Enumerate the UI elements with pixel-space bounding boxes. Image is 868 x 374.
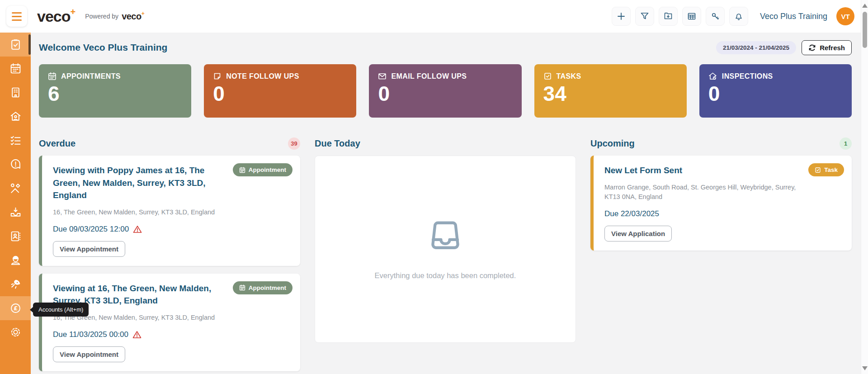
key-button[interactable] (706, 7, 725, 26)
scrollbar-down-arrow[interactable] (862, 366, 868, 370)
checklist-icon (9, 134, 22, 147)
worker-icon (9, 254, 22, 266)
overdue-card-address: 16, The Green, New Malden, Surrey, KT3 3… (53, 313, 291, 322)
sidebar-item-dashboard[interactable] (0, 33, 31, 57)
veco-logo: veco+ (37, 8, 75, 25)
powered-by-veco-logo: veco+ (122, 11, 144, 22)
table-view-button[interactable] (682, 7, 701, 26)
sidebar-item-maintenance[interactable] (0, 176, 31, 200)
upcoming-card-address: Marron Grange, South Road, St. Georges H… (604, 183, 843, 202)
stat-label: TASKS (557, 72, 581, 80)
calendar-icon (9, 62, 22, 75)
folder-download-icon (664, 12, 673, 21)
sidebar-item-marketing[interactable] (0, 272, 31, 296)
view-appointment-button[interactable]: View Appointment (53, 241, 125, 257)
note-icon (213, 72, 222, 80)
add-button[interactable] (612, 7, 631, 26)
sidebar-item-accounts[interactable]: £ (0, 296, 31, 320)
overdue-card: Viewing at 16, The Green, New Malden, Su… (39, 274, 300, 371)
check-square-icon (815, 167, 821, 173)
veco-logo-plus: + (71, 7, 75, 17)
main-content: Welcome Veco Plus Training 21/03/2024 - … (31, 33, 861, 374)
sidebar-item-inbox[interactable] (0, 200, 31, 224)
sidebar-item-enquiries[interactable] (0, 152, 31, 176)
calendar-icon (239, 284, 245, 291)
stats-row: APPOINTMENTS 6 NOTE FOLLOW UPS 0 EMAIL F… (39, 64, 852, 118)
folder-download-button[interactable] (659, 7, 678, 26)
sidebar-item-tasks[interactable] (0, 128, 31, 152)
sidebar-item-contacts[interactable] (0, 224, 31, 248)
rocket-icon (9, 278, 22, 290)
overdue-card-address: 16, The Green, New Malden, Surrey, KT3 3… (53, 208, 291, 217)
appointment-badge: Appointment (233, 163, 292, 176)
powered-by: Powered by veco+ (85, 11, 144, 22)
stat-card-tasks[interactable]: TASKS 34 (534, 64, 687, 118)
upcoming-card: New Let Form Sent Task Marron Grange, So… (590, 156, 852, 251)
overdue-column: Overdue 39 Viewing with Poppy James at 1… (39, 137, 300, 374)
building-icon (9, 86, 22, 99)
overdue-count-badge: 39 (288, 137, 300, 150)
sidebar-item-properties[interactable] (0, 80, 31, 104)
stat-value: 6 (48, 83, 182, 104)
upcoming-card-title[interactable]: New Let Form Sent (604, 164, 843, 177)
scrollbar-up-arrow[interactable] (862, 4, 868, 8)
stat-label: EMAIL FOLLOW UPS (391, 72, 467, 80)
page-title: Welcome Veco Plus Training (39, 42, 167, 53)
upcoming-count-badge: 1 (840, 137, 852, 150)
sidebar: £ (0, 33, 31, 374)
clipboard-check-icon (9, 38, 22, 51)
filter-button[interactable] (635, 7, 654, 26)
task-badge: Task (808, 163, 844, 176)
accounts-tooltip: Accounts (Alt+m) (33, 303, 89, 317)
stat-value: 0 (708, 83, 843, 104)
calendar-icon (239, 167, 245, 173)
stat-label: NOTE FOLLOW UPS (226, 72, 299, 80)
sidebar-item-settings[interactable] (0, 320, 31, 344)
stat-label: APPOINTMENTS (61, 72, 121, 80)
due-today-column: Due Today Everything due today has been … (315, 137, 576, 374)
sidebar-item-contractors[interactable] (0, 248, 31, 272)
user-name[interactable]: Veco Plus Training (760, 12, 827, 21)
refresh-icon (808, 44, 816, 52)
scrollbar-thumb[interactable] (863, 12, 867, 48)
chat-alert-icon (9, 158, 22, 170)
empty-inbox-icon (425, 219, 465, 254)
stat-value: 0 (378, 83, 512, 104)
stat-card-inspections[interactable]: INSPECTIONS 0 (699, 64, 852, 118)
veco-logo-text: veco (37, 8, 71, 25)
refresh-button[interactable]: Refresh (802, 40, 852, 55)
overdue-card-due: Due 11/03/2025 00:00 (53, 330, 128, 339)
overdue-card-due: Due 09/03/2025 12:00 (53, 225, 129, 234)
key-icon (711, 12, 720, 21)
envelope-icon (378, 72, 387, 80)
house-person-icon (9, 110, 22, 123)
view-application-button[interactable]: View Application (604, 226, 672, 241)
calendar-icon (48, 72, 57, 80)
hamburger-menu-button[interactable] (6, 6, 27, 27)
bell-icon (734, 12, 743, 21)
stat-card-appointments[interactable]: APPOINTMENTS 6 (39, 64, 191, 118)
warning-icon (133, 225, 142, 233)
top-bar: veco+ Powered by veco+ Veco Plus Trainin… (0, 0, 868, 33)
avatar[interactable]: VT (836, 7, 854, 25)
sidebar-item-lettings[interactable] (0, 104, 31, 128)
sidebar-item-diary[interactable] (0, 57, 31, 80)
overdue-card: Viewing with Poppy James at 16, The Gree… (39, 156, 300, 266)
appointment-badge: Appointment (233, 281, 292, 294)
tools-icon (9, 182, 22, 194)
powered-by-label: Powered by (85, 13, 118, 20)
plus-icon (617, 12, 626, 21)
due-today-heading: Due Today (315, 138, 360, 149)
stat-card-note-follow-ups[interactable]: NOTE FOLLOW UPS 0 (204, 64, 356, 118)
stat-card-email-follow-ups[interactable]: EMAIL FOLLOW UPS 0 (369, 64, 521, 118)
vertical-scrollbar[interactable] (861, 0, 868, 374)
stat-value: 34 (543, 83, 678, 104)
view-appointment-button[interactable]: View Appointment (53, 346, 125, 362)
date-range-pill[interactable]: 21/03/2024 - 21/04/2025 (716, 41, 796, 54)
notifications-button[interactable] (729, 7, 748, 26)
due-today-empty-card: Everything due today has been completed. (315, 156, 576, 343)
contact-card-icon (9, 230, 22, 242)
gear-icon (9, 326, 22, 338)
warning-icon (132, 331, 142, 339)
table-icon (687, 12, 696, 21)
